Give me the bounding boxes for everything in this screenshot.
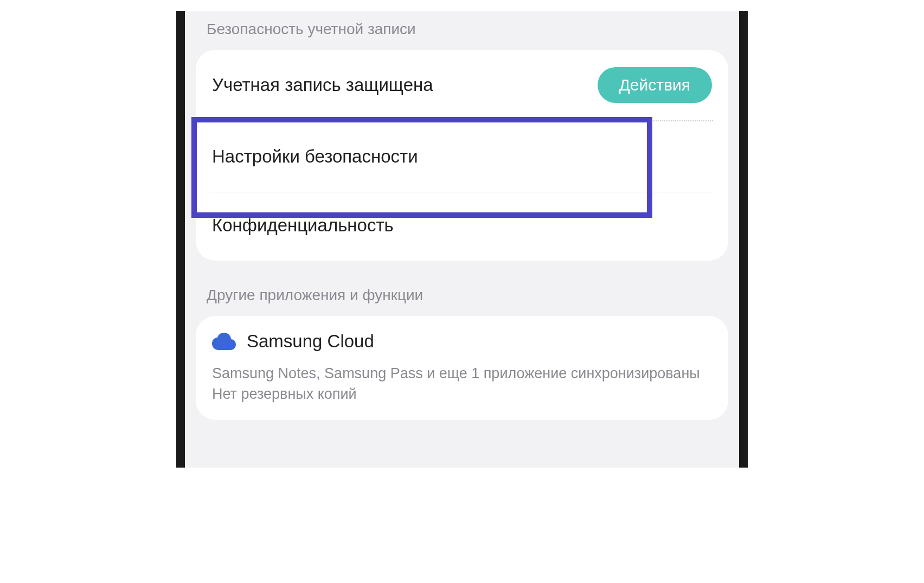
privacy-label: Конфиденциальность (212, 215, 394, 236)
cloud-icon (212, 333, 236, 350)
row-samsung-cloud[interactable]: Samsung Cloud (196, 316, 728, 364)
cloud-desc-line1: Samsung Notes, Samsung Pass и еще 1 прил… (212, 364, 712, 384)
samsung-cloud-label: Samsung Cloud (247, 331, 374, 352)
device-frame: Безопасность учетной записи Учетная запи… (176, 11, 748, 468)
row-privacy[interactable]: Конфиденциальность (196, 192, 728, 261)
security-settings-label: Настройки безопасности (212, 146, 418, 167)
row-account-protected[interactable]: Учетная запись защищена Действия (196, 50, 728, 120)
section-header-security: Безопасность учетной записи (185, 11, 739, 50)
security-card: Учетная запись защищена Действия Настрой… (196, 50, 728, 261)
other-apps-card: Samsung Cloud Samsung Notes, Samsung Pas… (196, 316, 728, 420)
actions-button[interactable]: Действия (598, 67, 712, 103)
cloud-desc-line2: Нет резервных копий (212, 384, 712, 405)
section-header-other-apps: Другие приложения и функции (185, 277, 739, 316)
cloud-description: Samsung Notes, Samsung Pass и еще 1 прил… (196, 364, 728, 420)
account-protected-label: Учетная запись защищена (212, 75, 433, 95)
row-security-settings[interactable]: Настройки безопасности (196, 121, 728, 192)
